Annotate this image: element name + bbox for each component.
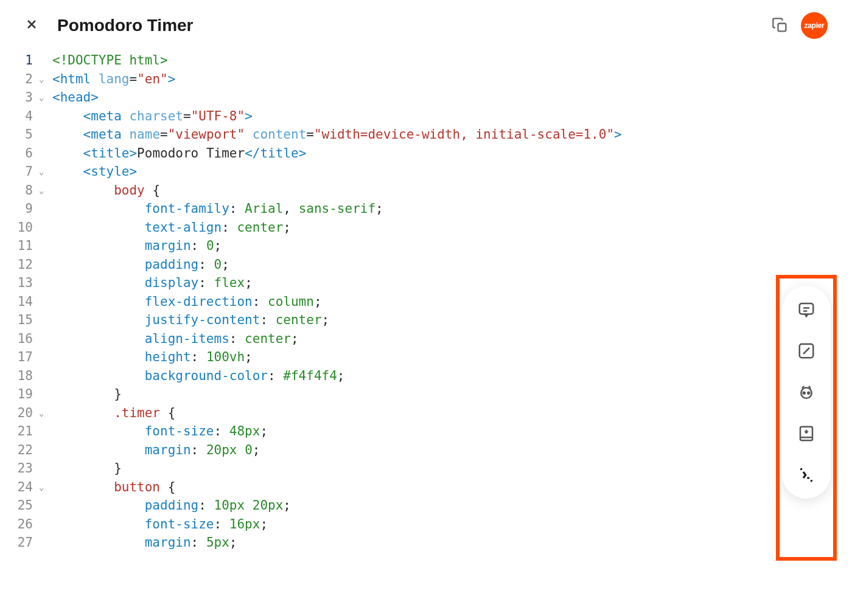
close-button[interactable] xyxy=(24,17,39,35)
line-number: 10 xyxy=(13,218,33,237)
code-line[interactable]: height: 100vh; xyxy=(52,348,622,367)
page-title: Pomodoro Timer xyxy=(57,16,194,35)
code-line[interactable]: margin: 20px 0; xyxy=(52,441,622,460)
code-line[interactable]: } xyxy=(52,385,622,404)
line-number: 25 xyxy=(13,496,33,515)
fold-marker[interactable]: ⌄ xyxy=(38,162,52,181)
fold-marker xyxy=(38,422,52,441)
code-line[interactable]: <meta charset="UTF-8"> xyxy=(52,107,622,126)
code-line[interactable]: flex-direction: column; xyxy=(52,292,622,311)
fold-marker xyxy=(38,367,52,386)
copy-icon[interactable] xyxy=(772,17,789,34)
code-line[interactable]: <style> xyxy=(52,162,622,181)
fold-marker xyxy=(38,237,52,255)
code-line[interactable]: justify-content: center; xyxy=(52,311,622,330)
code-line[interactable]: font-size: 48px; xyxy=(52,422,622,441)
line-number: 22 xyxy=(13,441,33,460)
line-number: 27 xyxy=(13,533,33,552)
fold-marker xyxy=(38,107,52,126)
side-toolbar xyxy=(782,286,831,499)
line-number: 11 xyxy=(13,237,33,255)
fold-marker xyxy=(38,515,52,534)
fold-marker xyxy=(38,274,52,292)
line-number: 23 xyxy=(13,459,33,478)
fold-gutter: ⌄⌄⌄⌄⌄⌄ xyxy=(38,51,52,552)
fold-marker[interactable]: ⌄ xyxy=(38,88,52,107)
line-number: 16 xyxy=(13,330,33,348)
comment-icon[interactable] xyxy=(797,300,815,319)
fold-marker xyxy=(38,218,52,237)
code-line[interactable]: font-family: Arial, sans-serif; xyxy=(52,199,622,218)
code-line[interactable]: <html lang="en"> xyxy=(52,70,622,89)
fold-marker xyxy=(38,255,52,274)
code-line[interactable]: font-size: 16px; xyxy=(52,515,622,534)
code-line[interactable]: margin: 0; xyxy=(52,237,622,255)
code-editor[interactable]: 1234567891011121314151617181920212223242… xyxy=(0,51,852,552)
edit-icon[interactable] xyxy=(797,342,815,360)
fold-marker[interactable]: ⌄ xyxy=(38,181,52,200)
line-number: 9 xyxy=(13,199,33,218)
line-number: 2 xyxy=(13,70,33,89)
header-actions: zapier xyxy=(772,12,828,39)
fold-marker xyxy=(38,348,52,367)
code-line[interactable]: <meta name="viewport" content="width=dev… xyxy=(52,125,622,144)
code-content[interactable]: <!DOCTYPE html><html lang="en"><head> <m… xyxy=(52,51,622,552)
fold-marker xyxy=(38,292,52,311)
line-number: 14 xyxy=(13,292,33,311)
fold-marker[interactable]: ⌄ xyxy=(38,70,52,89)
line-number: 3 xyxy=(13,88,33,107)
line-number: 21 xyxy=(13,422,33,441)
line-number: 5 xyxy=(13,125,33,144)
line-number: 4 xyxy=(13,107,33,126)
copilot-icon[interactable] xyxy=(797,383,815,401)
code-line[interactable]: display: flex; xyxy=(52,274,622,292)
fold-marker[interactable]: ⌄ xyxy=(38,478,52,497)
book-icon[interactable] xyxy=(797,424,815,443)
header: Pomodoro Timer zapier xyxy=(0,0,852,51)
fold-marker xyxy=(38,441,52,460)
line-number: 26 xyxy=(13,515,33,534)
line-number: 18 xyxy=(13,367,33,386)
fold-marker xyxy=(38,459,52,478)
fold-marker xyxy=(38,533,52,552)
line-number: 6 xyxy=(13,144,33,163)
code-line[interactable]: .timer { xyxy=(52,404,622,423)
line-number: 20 xyxy=(13,404,33,423)
code-line[interactable]: body { xyxy=(52,181,622,200)
line-number: 13 xyxy=(13,274,33,292)
svg-point-5 xyxy=(808,392,809,394)
code-line[interactable]: background-color: #f4f4f4; xyxy=(52,367,622,386)
code-line[interactable]: text-align: center; xyxy=(52,218,622,237)
fold-marker xyxy=(38,330,52,348)
fold-marker xyxy=(38,311,52,330)
code-line[interactable]: <title>Pomodoro Timer</title> xyxy=(52,144,622,163)
fold-marker xyxy=(38,385,52,404)
zapier-logo[interactable]: zapier xyxy=(801,12,828,39)
fold-marker xyxy=(38,51,52,70)
fold-marker xyxy=(38,199,52,218)
fold-marker xyxy=(38,496,52,515)
code-line[interactable]: <head> xyxy=(52,88,622,107)
code-line[interactable]: align-items: center; xyxy=(52,330,622,348)
code-line[interactable]: padding: 0; xyxy=(52,255,622,274)
svg-rect-0 xyxy=(778,24,786,32)
line-number: 19 xyxy=(13,385,33,404)
code-line[interactable]: margin: 5px; xyxy=(52,533,622,552)
line-number: 12 xyxy=(13,255,33,274)
line-number: 17 xyxy=(13,348,33,367)
svg-point-4 xyxy=(803,392,805,394)
fold-marker xyxy=(38,144,52,163)
code-line[interactable]: } xyxy=(52,459,622,478)
fold-marker xyxy=(38,125,52,144)
line-number: 8 xyxy=(13,181,33,200)
code-line[interactable]: button { xyxy=(52,478,622,497)
line-number: 1 xyxy=(13,51,33,70)
line-number-gutter: 1234567891011121314151617181920212223242… xyxy=(13,51,38,552)
code-line[interactable]: padding: 10px 20px; xyxy=(52,496,622,515)
terminal-icon[interactable] xyxy=(797,466,815,484)
line-number: 15 xyxy=(13,311,33,330)
fold-marker[interactable]: ⌄ xyxy=(38,404,52,423)
line-number: 7 xyxy=(13,162,33,181)
code-line[interactable]: <!DOCTYPE html> xyxy=(52,51,622,70)
line-number: 24 xyxy=(13,478,33,497)
